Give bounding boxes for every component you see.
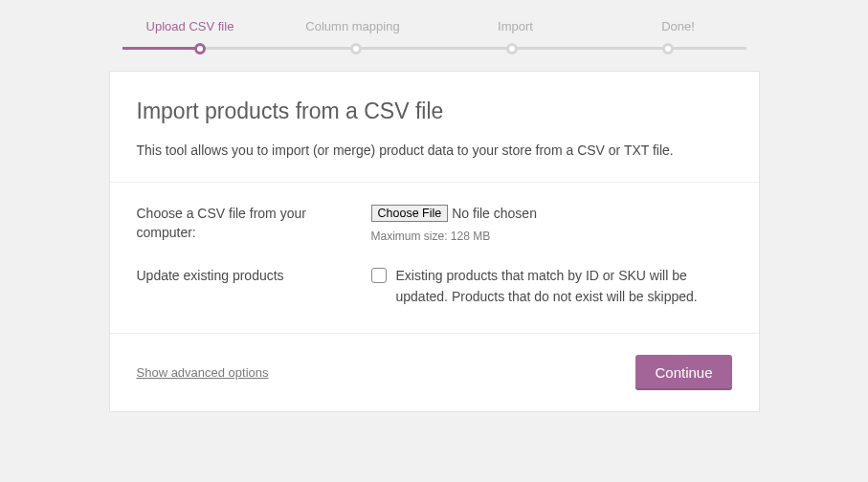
update-row: Update existing products Existing produc…: [137, 266, 732, 307]
update-description: Existing products that match by ID or SK…: [396, 266, 732, 307]
file-hint: Maximum size: 128 MB: [371, 229, 732, 245]
choose-file-button[interactable]: Choose File: [371, 205, 449, 222]
advanced-options-link[interactable]: Show advanced options: [137, 365, 269, 380]
step-done: Done!: [597, 19, 760, 33]
step-dot-4: [662, 43, 674, 55]
progress-track: [122, 47, 746, 50]
file-label: Choose a CSV file from your computer:: [137, 204, 371, 246]
continue-button[interactable]: Continue: [635, 355, 731, 390]
step-upload: Upload CSV file: [109, 19, 272, 33]
update-checkbox[interactable]: [371, 268, 387, 283]
step-dot-1: [194, 43, 206, 55]
step-dot-2: [350, 43, 362, 55]
file-status: No file chosen: [452, 204, 537, 223]
update-label: Update existing products: [137, 266, 371, 307]
step-import: Import: [434, 19, 597, 33]
card-footer: Show advanced options Continue: [110, 334, 759, 411]
import-stepper: Upload CSV file Column mapping Import Do…: [109, 19, 760, 63]
step-dot-3: [506, 43, 518, 55]
page-subtitle: This tool allows you to import (or merge…: [137, 142, 732, 161]
step-mapping: Column mapping: [272, 19, 434, 33]
file-row: Choose a CSV file from your computer: Ch…: [137, 204, 732, 246]
import-card: Import products from a CSV file This too…: [109, 71, 760, 412]
progress-fill: [122, 47, 201, 50]
page-title: Import products from a CSV file: [137, 99, 732, 124]
card-body: Choose a CSV file from your computer: Ch…: [110, 183, 759, 334]
card-header: Import products from a CSV file This too…: [110, 72, 759, 183]
